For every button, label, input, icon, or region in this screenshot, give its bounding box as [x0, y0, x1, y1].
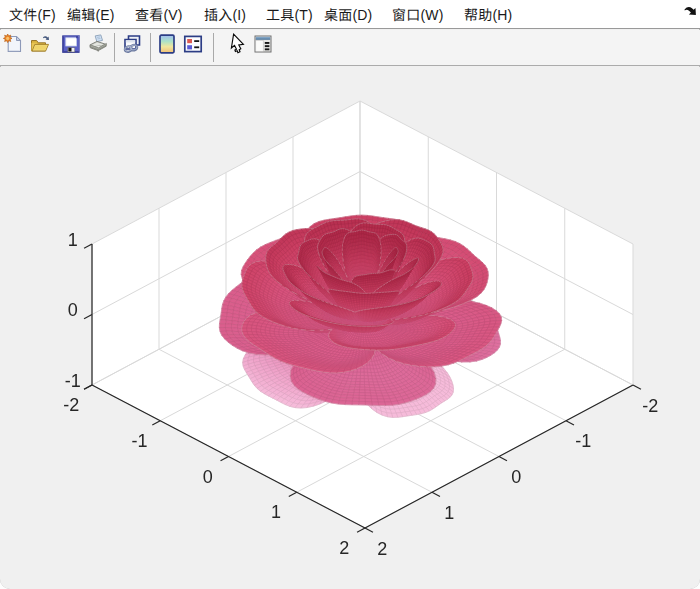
menu-edit[interactable]: 编辑(E): [67, 0, 115, 28]
menu-file[interactable]: 文件(F): [9, 0, 56, 28]
menu-help[interactable]: 帮助(H): [464, 0, 512, 28]
new-figure-icon: [3, 33, 25, 55]
toolbar-separator: [114, 33, 115, 62]
insert-colorbar-button[interactable]: [156, 33, 178, 55]
toolbar-separator: [213, 33, 214, 62]
figure-canvas[interactable]: [0, 67, 700, 589]
menu-bar: 文件(F) 编辑(E) 查看(V) 插入(I) 工具(T) 桌面(D) 窗口(W…: [0, 0, 700, 29]
edit-plot-button[interactable]: [227, 33, 249, 55]
property-inspector-icon: [252, 33, 274, 55]
open-file-icon: [29, 33, 51, 55]
rose-3d-plot[interactable]: [0, 67, 700, 589]
print-figure-button[interactable]: [87, 33, 109, 55]
link-plot-icon: [121, 33, 143, 55]
menu-desktop[interactable]: 桌面(D): [324, 0, 372, 28]
figure-toolbar: [0, 30, 700, 66]
insert-legend-icon: [182, 33, 204, 55]
open-file-button[interactable]: [29, 33, 51, 55]
menu-tools[interactable]: 工具(T): [266, 0, 313, 28]
save-figure-button[interactable]: [60, 33, 82, 55]
property-inspector-button[interactable]: [252, 33, 274, 55]
matlab-figure-window: 文件(F) 编辑(E) 查看(V) 插入(I) 工具(T) 桌面(D) 窗口(W…: [0, 0, 700, 589]
menu-insert[interactable]: 插入(I): [204, 0, 246, 28]
save-figure-icon: [60, 33, 82, 55]
dock-figure-icon[interactable]: [683, 4, 697, 18]
new-figure-button[interactable]: [3, 33, 25, 55]
insert-colorbar-icon: [156, 33, 178, 55]
menu-view[interactable]: 查看(V): [135, 0, 183, 28]
edit-plot-icon: [227, 33, 249, 55]
menu-window[interactable]: 窗口(W): [392, 0, 444, 28]
print-figure-icon: [87, 33, 109, 55]
insert-legend-button[interactable]: [182, 33, 204, 55]
link-plot-button[interactable]: [121, 33, 143, 55]
toolbar-separator: [150, 33, 151, 62]
